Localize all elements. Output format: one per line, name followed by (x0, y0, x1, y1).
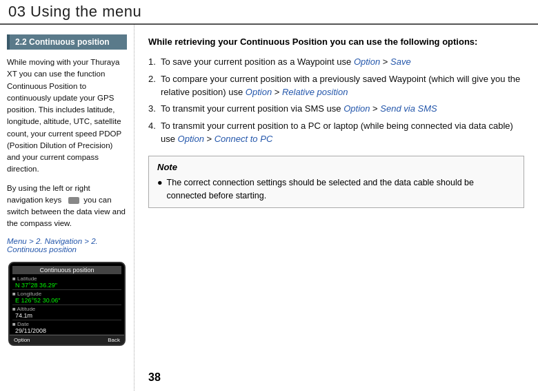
softkey-right: Back (108, 337, 120, 343)
lat-label: ■ Latitude (12, 276, 121, 282)
list-item-1: 1. To save your current position as a Wa… (148, 55, 524, 70)
list-item-3: 3. To transmit your current position via… (148, 102, 524, 116)
list-item-4: 4. To transmit your current position to … (148, 119, 524, 146)
list-text-4: To transmit your current position to a P… (161, 119, 524, 146)
divider3 (12, 320, 121, 320)
alt-label: ■ Altitude (12, 306, 121, 312)
options-list: 1. To save your current position as a Wa… (148, 55, 524, 146)
menu-path-sep2: > 2. (84, 237, 98, 245)
option-link-2: Option (246, 87, 272, 97)
option-link-4: Option (178, 134, 204, 144)
softkey-left: Option (14, 337, 30, 343)
list-num-3: 3. (148, 102, 161, 116)
divider1 (12, 289, 121, 290)
relative-link-2: Relative position (282, 87, 348, 97)
screen-row-date: ■ Date 29/11/2008 (12, 321, 121, 334)
note-bullet-icon: ● (157, 176, 163, 189)
sms-link-3: Send via SMS (380, 103, 437, 114)
list-text-2: To compare your current position with a … (161, 72, 524, 99)
note-title: Note (157, 162, 515, 172)
date-value: 29/11/2008 (12, 327, 121, 334)
phone-softkeys: Option Back (10, 335, 124, 344)
connect-link-4: Connect to PC (215, 134, 273, 144)
menu-path-sep1: > 2. (29, 237, 45, 245)
screen-title: Continuous position (12, 266, 121, 274)
intro-text: While retrieving your Continuous Positio… (148, 36, 524, 48)
phone-screen: Continuous position ■ Latitude N 37°28 3… (10, 263, 124, 334)
list-num-1: 1. (148, 55, 161, 70)
list-text-1: To save your current position as a Waypo… (161, 55, 524, 70)
right-panel: While retrieving your Continuous Positio… (134, 25, 538, 391)
screen-row-alt: ■ Altitude 74.1m (12, 306, 121, 319)
lon-label: ■ Longitude (12, 291, 121, 297)
list-num-2: 2. (148, 72, 161, 99)
left-panel: 2.2 Continuous position While moving wit… (0, 25, 134, 391)
screen-row-lat: ■ Latitude N 37°28 36.29" (12, 276, 121, 289)
screen-row-lon: ■ Longitude E 126°52 30.06" (12, 291, 121, 304)
nav-keys-icon (68, 197, 79, 204)
list-num-4: 4. (148, 119, 161, 146)
menu-path-menu: Menu (7, 237, 27, 245)
save-link-1: Save (390, 56, 411, 67)
note-item: ● The correct connection settings should… (157, 176, 515, 203)
lon-value: E 126°52 30.06" (12, 297, 121, 304)
page-title: 03 Using the menu (8, 3, 141, 21)
menu-path: Menu > 2. Navigation > 2. Continuous pos… (7, 237, 127, 254)
option-link-1: Option (354, 56, 380, 67)
list-item-2: 2. To compare your current position with… (148, 72, 524, 99)
date-label: ■ Date (12, 321, 121, 327)
page-header: 03 Using the menu (0, 0, 538, 25)
alt-value: 74.1m (12, 312, 121, 319)
main-content: 2.2 Continuous position While moving wit… (0, 25, 538, 391)
note-box: Note ● The correct connection settings s… (148, 156, 524, 209)
lat-value: N 37°28 36.29" (12, 282, 121, 289)
note-text: The correct connection settings should b… (167, 176, 515, 203)
menu-path-navigation: Navigation (45, 237, 82, 245)
section-header: 2.2 Continuous position (7, 34, 127, 50)
menu-path-continuous: Continuous position (7, 245, 77, 254)
page-number: 38 (148, 371, 161, 384)
divider2 (12, 305, 121, 305)
left-body1: While moving with your Thuraya XT you ca… (7, 56, 127, 176)
left-body2: By using the left or right navigation ke… (7, 183, 127, 230)
phone-mockup: Continuous position ■ Latitude N 37°28 3… (8, 262, 126, 346)
list-text-3: To transmit your current position via SM… (161, 102, 524, 116)
option-link-3: Option (343, 103, 370, 114)
